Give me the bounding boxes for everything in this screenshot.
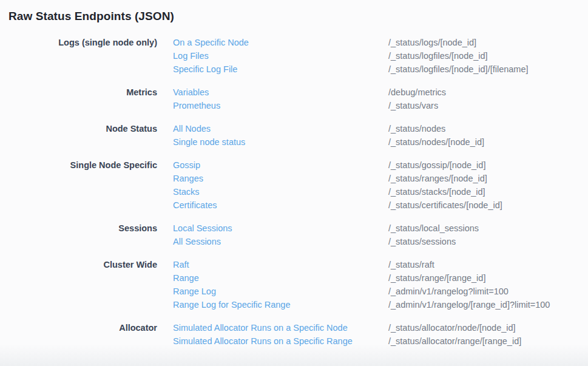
endpoint-path: /_status/ranges/[node_id] xyxy=(388,172,487,185)
section-rows: Variables /debug/metrics Prometheus /_st… xyxy=(173,86,588,112)
endpoint-link[interactable]: Raft xyxy=(173,258,388,271)
endpoint-row: All Nodes /_status/nodes xyxy=(173,122,588,135)
endpoint-link[interactable]: All Nodes xyxy=(173,122,388,135)
endpoint-link[interactable]: Range Log for Specific Range xyxy=(173,298,388,311)
section-label: Cluster Wide xyxy=(0,258,157,271)
section-label: Single Node Specific xyxy=(0,158,157,172)
endpoint-row: Ranges /_status/ranges/[node_id] xyxy=(173,172,588,185)
endpoint-row: Local Sessions /_status/local_sessions xyxy=(173,222,588,235)
endpoint-row: Stacks /_status/stacks/[node_id] xyxy=(173,185,588,198)
endpoint-section: Allocator Simulated Allocator Runs on a … xyxy=(0,321,588,348)
section-rows: Raft /_status/raft Range /_status/range/… xyxy=(173,258,588,311)
endpoint-path: /_status/range/[range_id] xyxy=(388,271,485,285)
section-label: Allocator xyxy=(0,321,157,334)
endpoint-section: Logs (single node only) On a Specific No… xyxy=(0,36,588,76)
endpoint-row: Certificates /_status/certificates/[node… xyxy=(173,198,588,212)
endpoint-path: /_status/logs/[node_id] xyxy=(388,36,476,49)
endpoint-path: /_status/certificates/[node_id] xyxy=(388,198,502,212)
endpoint-row: Variables /debug/metrics xyxy=(173,86,588,99)
endpoint-row: Single node status /_status/nodes/[node_… xyxy=(173,135,588,149)
endpoint-row: Log Files /_status/logfiles/[node_id] xyxy=(173,49,588,63)
section-rows: On a Specific Node /_status/logs/[node_i… xyxy=(173,36,588,76)
endpoint-path: /debug/metrics xyxy=(388,86,446,99)
endpoint-row: On a Specific Node /_status/logs/[node_i… xyxy=(173,36,588,49)
endpoint-path: /_status/raft xyxy=(388,258,434,271)
endpoint-path: /_status/gossip/[node_id] xyxy=(388,158,485,172)
section-rows: Gossip /_status/gossip/[node_id] Ranges … xyxy=(173,158,588,212)
endpoint-section: Sessions Local Sessions /_status/local_s… xyxy=(0,222,588,248)
endpoint-row: Range Log /_admin/v1/rangelog?limit=100 xyxy=(173,285,588,298)
endpoint-link[interactable]: Log Files xyxy=(173,49,388,63)
endpoint-path: /_status/logfiles/[node_id]/[filename] xyxy=(388,63,529,76)
endpoint-row: Specific Log File /_status/logfiles/[nod… xyxy=(173,63,588,76)
endpoint-row: Simulated Allocator Runs on a Specific N… xyxy=(173,321,588,334)
endpoint-link[interactable]: Prometheus xyxy=(173,99,388,112)
endpoint-link[interactable]: Gossip xyxy=(173,158,388,172)
endpoint-row: Prometheus /_status/vars xyxy=(173,99,588,112)
endpoint-link[interactable]: Range xyxy=(173,271,388,285)
section-label: Logs (single node only) xyxy=(0,36,157,49)
endpoint-row: Range Log for Specific Range /_admin/v1/… xyxy=(173,298,588,311)
endpoint-path: /_status/local_sessions xyxy=(388,222,479,235)
endpoint-path: /_status/allocator/range/[range_id] xyxy=(388,334,521,348)
endpoint-row: Raft /_status/raft xyxy=(173,258,588,271)
endpoint-path: /_status/nodes/[node_id] xyxy=(388,135,484,149)
endpoint-link[interactable]: Stacks xyxy=(173,185,388,198)
endpoint-link[interactable]: Certificates xyxy=(173,198,388,212)
section-label: Sessions xyxy=(0,222,157,235)
endpoint-sections: Logs (single node only) On a Specific No… xyxy=(0,36,588,348)
endpoint-path: /_status/sessions xyxy=(388,235,456,248)
endpoint-link[interactable]: All Sessions xyxy=(173,235,388,248)
endpoint-row: Gossip /_status/gossip/[node_id] xyxy=(173,158,588,172)
endpoint-section: Cluster Wide Raft /_status/raft Range /_… xyxy=(0,258,588,311)
endpoint-section: Single Node Specific Gossip /_status/gos… xyxy=(0,158,588,212)
endpoint-row: Simulated Allocator Runs on a Specific R… xyxy=(173,334,588,348)
section-rows: All Nodes /_status/nodes Single node sta… xyxy=(173,122,588,149)
endpoint-path: /_status/nodes xyxy=(388,122,445,135)
endpoint-path: /_status/logfiles/[node_id] xyxy=(388,49,488,63)
endpoint-link[interactable]: Ranges xyxy=(173,172,388,185)
endpoint-link[interactable]: Variables xyxy=(173,86,388,99)
endpoint-link[interactable]: Simulated Allocator Runs on a Specific R… xyxy=(173,334,388,348)
endpoint-section: Metrics Variables /debug/metrics Prometh… xyxy=(0,86,588,112)
endpoint-link[interactable]: On a Specific Node xyxy=(173,36,388,49)
page-title: Raw Status Endpoints (JSON) xyxy=(8,9,588,24)
endpoint-link[interactable]: Simulated Allocator Runs on a Specific N… xyxy=(173,321,388,334)
endpoint-path: /_status/vars xyxy=(388,99,438,112)
endpoint-link[interactable]: Local Sessions xyxy=(173,222,388,235)
section-rows: Local Sessions /_status/local_sessions A… xyxy=(173,222,588,248)
section-label: Node Status xyxy=(0,122,157,135)
endpoint-row: Range /_status/range/[range_id] xyxy=(173,271,588,285)
endpoint-path: /_status/allocator/node/[node_id] xyxy=(388,321,516,334)
endpoint-path: /_admin/v1/rangelog?limit=100 xyxy=(388,285,509,298)
endpoint-path: /_admin/v1/rangelog/[range_id]?limit=100 xyxy=(388,298,550,311)
endpoint-row: All Sessions /_status/sessions xyxy=(173,235,588,248)
section-label: Metrics xyxy=(0,86,157,99)
endpoint-link[interactable]: Single node status xyxy=(173,135,388,149)
endpoint-link[interactable]: Range Log xyxy=(173,285,388,298)
section-rows: Simulated Allocator Runs on a Specific N… xyxy=(173,321,588,348)
endpoint-section: Node Status All Nodes /_status/nodes Sin… xyxy=(0,122,588,149)
endpoint-link[interactable]: Specific Log File xyxy=(173,63,388,76)
endpoint-path: /_status/stacks/[node_id] xyxy=(388,185,485,198)
